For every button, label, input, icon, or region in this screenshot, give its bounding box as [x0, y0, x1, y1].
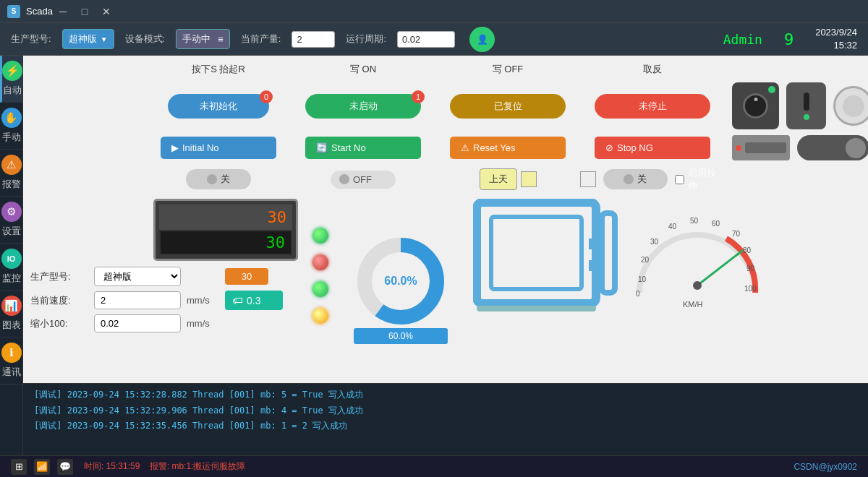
key-slot — [804, 93, 809, 111]
statusbar: ⊞ 📶 💬 时间: 15:31:59 报警: mb:1:搬运伺服故障 CSDN@… — [0, 455, 868, 477]
admin-text: Admin — [723, 32, 762, 47]
led-yellow1 — [312, 308, 328, 324]
sidebar-item-manual[interactable]: ✋ 手动 — [0, 103, 22, 150]
svg-text:90: 90 — [746, 265, 755, 272]
qty-label: 当前产量: — [241, 33, 281, 46]
led-green1 — [312, 228, 328, 244]
prod-param-select[interactable]: 超神版 — [94, 267, 181, 286]
svg-text:40: 40 — [668, 223, 677, 231]
up-down-toggle: 上天 — [480, 168, 537, 190]
initial-no-button[interactable]: ▶ Initial No — [161, 137, 276, 159]
svg-text:0: 0 — [636, 290, 640, 298]
expand-label: 启用拉伸 — [688, 166, 725, 192]
stop-ng-button[interactable]: ⊘ Stop NG — [595, 137, 710, 159]
speed-row: 当前速度: mm/s 🏷 0.3 — [30, 291, 298, 310]
speed-unit: mm/s — [187, 295, 219, 306]
status-btn-row: 未初始化 0 未启动 1 已复位 未停止 — [30, 82, 868, 129]
svg-text:80: 80 — [743, 246, 752, 254]
sidebar-settings-label: 设置 — [2, 225, 21, 238]
donut-chart: 60.0% — [346, 231, 455, 325]
reset-yes-button[interactable]: ⚠ Reset Yes — [450, 137, 566, 159]
display-area: 30 30 — [30, 199, 298, 261]
rect-btn-body — [745, 142, 786, 153]
shrink-unit: mm/s — [187, 318, 219, 329]
control-panel: 按下S 抬起R 写 ON 写 OFF 取反 未初始化 0 未启动 — [23, 56, 868, 383]
svg-text:60: 60 — [712, 220, 720, 228]
progress-bar: 60.0% — [354, 328, 448, 344]
col-header-inv: 取反 — [580, 63, 725, 76]
svg-text:70: 70 — [732, 230, 741, 238]
reset-button[interactable]: 已复位 — [450, 94, 566, 119]
shrink-input[interactable] — [94, 314, 181, 332]
toggle-off3[interactable]: 关 — [603, 169, 668, 189]
display-bottom: 30 — [159, 230, 292, 255]
speed-input[interactable] — [94, 291, 181, 309]
shrink-row: 缩小100: mm/s — [30, 314, 298, 332]
start-no-button[interactable]: 🔄 Start No — [305, 137, 421, 159]
up-btn[interactable]: 上天 — [480, 168, 517, 190]
pipe-diagram — [473, 199, 618, 314]
hw-round-button[interactable] — [833, 86, 868, 126]
monitor-icon: IO — [1, 249, 22, 269]
toggle-long-knob — [846, 138, 866, 158]
toggle-off2[interactable]: OFF — [331, 171, 396, 189]
hw-toggle-long[interactable] — [797, 135, 868, 160]
hw-knob1[interactable] — [732, 82, 779, 129]
uninit-badge: 0 — [260, 90, 273, 103]
qty-input[interactable] — [292, 31, 335, 48]
toggle-knob1 — [207, 174, 217, 184]
speedometer: 0 10 20 30 40 50 60 70 80 90 100 — [625, 199, 766, 314]
maximize-button[interactable]: □ — [75, 4, 95, 20]
chat-icon[interactable]: 💬 — [57, 459, 73, 475]
svg-point-21 — [693, 281, 702, 290]
col-headers: 按下S 抬起R 写 ON 写 OFF 取反 — [30, 59, 868, 80]
toggle-off1[interactable]: 关 — [186, 169, 251, 189]
unstart-button[interactable]: 未启动 1 — [305, 94, 421, 119]
sidebar-item-alarm[interactable]: ⚠ 报警 — [0, 150, 22, 197]
close-button[interactable]: ✕ — [96, 4, 116, 20]
wifi-icon[interactable]: 📶 — [34, 459, 50, 475]
sidebar-item-chart[interactable]: 📊 图表 — [0, 291, 22, 338]
statusbar-left: ⊞ 📶 💬 时间: 15:31:59 报警: mb:1:搬运伺服故障 — [11, 459, 245, 475]
sidebar: ⚡ 自动 ✋ 手动 ⚠ 报警 ⚙ 设置 IO 监控 📊 图表 ℹ 通讯 — [0, 56, 23, 455]
stop-button[interactable]: 未停止 — [595, 94, 710, 119]
sidebar-manual-label: 手动 — [2, 131, 21, 144]
unstart-badge: 1 — [412, 90, 425, 103]
speed-param-label: 当前速度: — [30, 294, 88, 307]
device-label: 设备模式: — [125, 33, 166, 46]
user-icon[interactable]: 👤 — [469, 27, 495, 52]
app-title: Scada — [26, 6, 53, 17]
hw-green-led — [768, 86, 775, 93]
sidebar-alarm-label: 报警 — [2, 178, 21, 191]
expand-checkbox: 启用拉伸 — [675, 166, 725, 192]
action-btn-row: ▶ Initial No 🔄 Start No ⚠ Reset Yes — [30, 135, 868, 160]
toggle-knob2 — [339, 174, 349, 184]
col-header-on: 写 ON — [291, 63, 435, 76]
led-panel — [312, 228, 328, 376]
display-top: 30 — [159, 205, 292, 230]
hw-key-switch[interactable] — [786, 82, 826, 129]
hw-rect-button[interactable] — [732, 135, 790, 160]
pipe-svg — [473, 199, 618, 314]
svg-text:60.0%: 60.0% — [384, 275, 417, 287]
sidebar-item-comm[interactable]: ℹ 通讯 — [0, 338, 22, 384]
up-indicator — [521, 171, 537, 187]
sidebar-item-monitor[interactable]: IO 监控 — [0, 244, 22, 291]
alarm-icon: ⚠ — [1, 155, 22, 175]
col-header-off: 写 OFF — [435, 63, 580, 76]
minimize-button[interactable]: ─ — [53, 4, 73, 20]
prod-param-label: 生产型号: — [30, 270, 88, 283]
prod-select[interactable]: 超神版 ▼ — [62, 29, 114, 49]
taskbar-icons: ⊞ 📶 💬 — [11, 459, 73, 475]
svg-rect-8 — [602, 213, 615, 293]
sidebar-chart-label: 图表 — [2, 319, 21, 332]
datetime: 2023/9/2415:32 — [815, 26, 857, 52]
sidebar-item-settings[interactable]: ⚙ 设置 — [0, 197, 22, 244]
cycle-input[interactable] — [397, 31, 455, 48]
sidebar-item-auto[interactable]: ⚡ 自动 — [0, 56, 22, 103]
expand-check[interactable] — [675, 175, 684, 184]
uninit-button[interactable]: 未初始化 0 — [168, 94, 269, 119]
device-select[interactable]: 手动中 ≡ — [176, 29, 230, 49]
main: ⚡ 自动 ✋ 手动 ⚠ 报警 ⚙ 设置 IO 监控 📊 图表 ℹ 通讯 — [0, 56, 868, 455]
windows-icon[interactable]: ⊞ — [11, 459, 27, 475]
